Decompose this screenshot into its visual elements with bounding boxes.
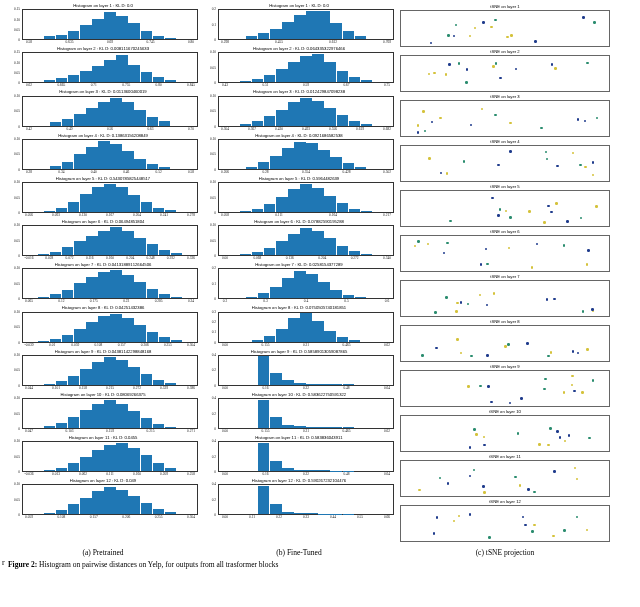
ytick: 0.05 <box>14 412 20 416</box>
xtick: 0.612 <box>329 40 337 44</box>
tsne-point <box>580 217 583 220</box>
xtick: 0.55 <box>357 515 363 519</box>
xtick: 0.340 <box>383 256 391 260</box>
bar <box>110 270 122 298</box>
tsne-point <box>469 513 472 516</box>
hist-area: 0.100.050 <box>204 52 394 83</box>
hist-plot <box>218 139 394 170</box>
bar <box>128 367 140 384</box>
tsne-point <box>520 397 523 400</box>
hist-area: 0.20.10 <box>204 9 394 40</box>
bar <box>258 486 270 514</box>
ytick: 0.10 <box>14 61 20 65</box>
bar <box>330 384 342 385</box>
ytick: 0.10 <box>14 482 20 486</box>
tsne-point <box>553 298 556 301</box>
bar <box>141 202 153 212</box>
xtick: 0.167 <box>106 213 114 217</box>
tsne-point <box>550 211 553 214</box>
xtick: 0.28 <box>26 170 32 174</box>
bars <box>23 53 197 82</box>
xtick: 0.12 <box>58 299 64 303</box>
hist-plot <box>22 398 198 429</box>
ytick: 0.05 <box>14 498 20 502</box>
xticks: 0.000.1550.310.4650.62 <box>218 429 394 436</box>
ytick: 0 <box>214 341 216 345</box>
bar <box>318 150 330 169</box>
tsne-point <box>577 118 580 121</box>
tsne-point <box>483 444 486 447</box>
hist-title: Histogram on layer 9 : KL D: 0.043811422… <box>8 350 198 354</box>
bar <box>134 325 146 342</box>
tsne-point <box>465 81 468 84</box>
ytick: 0.05 <box>14 282 20 286</box>
xtick: 0.272 <box>351 256 359 260</box>
xticks: 0.0440.1010.1580.2150.2720.3290.386 <box>22 386 198 393</box>
xtick: 0.51 <box>262 83 268 87</box>
ytick: 0 <box>18 341 20 345</box>
hist-plot <box>218 312 394 343</box>
pretrained-panel-9: Histogram on layer 9 : KL D: 0.043811422… <box>8 350 198 393</box>
bar <box>171 340 183 342</box>
tsne-point <box>491 197 494 200</box>
xtick: 0.58 <box>26 40 32 44</box>
xticks: 0.2980.4550.6120.769 <box>218 40 394 47</box>
bar <box>165 512 177 514</box>
bar <box>324 196 336 212</box>
ytick: 0.10 <box>14 137 20 141</box>
bar <box>343 384 355 385</box>
bars <box>219 485 393 514</box>
xtick: 0.058 <box>221 213 229 217</box>
tsne-point <box>479 385 482 388</box>
tsne-point <box>467 385 470 388</box>
tsne-point <box>593 21 596 24</box>
tsne-point <box>480 263 483 266</box>
tsne-point <box>435 347 438 350</box>
xtick: 0.255 <box>164 343 172 347</box>
tsne-point <box>492 65 495 68</box>
bar <box>110 98 122 126</box>
tsne-point <box>434 311 437 314</box>
xtick: 0.059 <box>71 343 79 347</box>
xtick: 0.32 <box>303 386 309 390</box>
xtick: 0.46 <box>123 170 129 174</box>
bar <box>324 331 336 342</box>
bar <box>330 471 342 472</box>
bar <box>38 254 50 255</box>
tsne-point <box>595 205 598 208</box>
ytick: 0.2 <box>212 412 216 416</box>
tsne-point <box>582 16 585 19</box>
yticks: 0.100.050 <box>8 96 22 127</box>
bar <box>300 184 312 212</box>
xticks: -0.0390.010.0590.1080.1570.2060.2550.304 <box>22 343 198 350</box>
bar <box>165 383 177 385</box>
bar <box>355 297 367 298</box>
xticks: 0.0560.0930.1300.1670.2040.2410.278 <box>22 213 198 220</box>
bar <box>312 321 324 341</box>
hist-plot <box>22 484 198 515</box>
hist-title: Histogram on layer 6 : KL D: 0.078825901… <box>204 220 394 224</box>
ytick: 0 <box>18 38 20 42</box>
tsne-point <box>458 62 461 65</box>
hist-title: Histogram on layer 2 : KL D: 0.064335322… <box>204 47 394 51</box>
xtick: 0.00 <box>222 429 228 433</box>
xtick: 0.3 <box>263 299 267 303</box>
xtick: 0.136 <box>286 256 294 260</box>
xticks: -0.0160.0280.0720.1160.1600.2040.2480.29… <box>22 256 198 263</box>
xticks: -0.0360.0130.0620.1110.1600.2090.258 <box>22 472 198 479</box>
xtick: 0.430 <box>275 127 283 131</box>
xtick: 0.093 <box>52 213 60 217</box>
bar <box>252 340 264 341</box>
bar <box>330 23 342 39</box>
bar <box>38 297 50 298</box>
hist-plot <box>22 96 198 127</box>
xtick: 0.336 <box>187 256 195 260</box>
xtick: 0.769 <box>383 40 391 44</box>
xtick: 0.215 <box>106 386 114 390</box>
tsne-point <box>592 161 595 164</box>
bar <box>128 23 140 39</box>
subcaption-c: (c) tSNE projection <box>400 548 610 557</box>
bar <box>128 195 140 212</box>
bar <box>264 116 276 125</box>
hist-title: Histogram on layer 4 : KL D: 0.138631562… <box>8 134 198 138</box>
